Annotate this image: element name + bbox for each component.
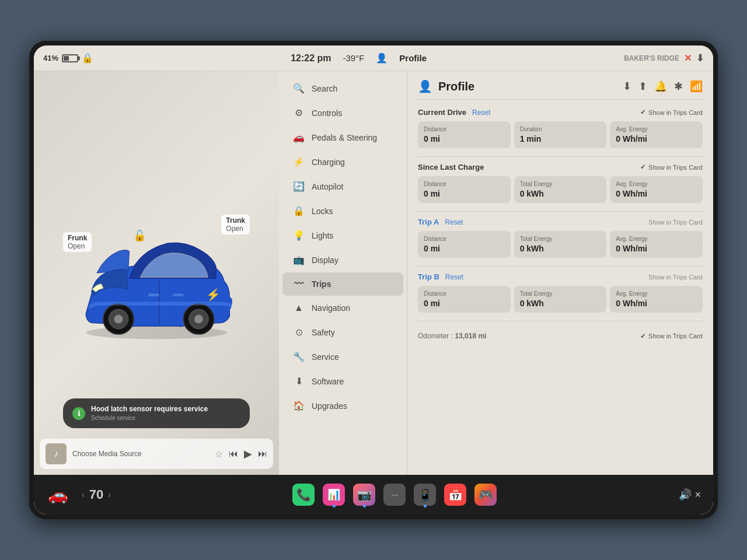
games-app[interactable]: 🎮 bbox=[473, 482, 498, 508]
trip-a-stats: Distance 0 mi Total Energy 0 kWh Avg. En… bbox=[418, 231, 703, 258]
voice-app[interactable]: 📊 bbox=[321, 482, 347, 508]
play-pause-icon[interactable]: ▶ bbox=[244, 447, 252, 460]
games-icon: 🎮 bbox=[474, 484, 497, 506]
menu-item-service[interactable]: 🔧 Service bbox=[282, 345, 403, 369]
slc-avg-energy: Avg. Energy 0 Wh/mi bbox=[610, 176, 703, 203]
divider-1 bbox=[418, 156, 703, 157]
menu-label-controls: Controls bbox=[312, 108, 342, 118]
voice-dot bbox=[333, 505, 336, 508]
bluetooth-icon[interactable]: ✱ bbox=[674, 80, 683, 93]
menu-item-search[interactable]: 🔍 Search bbox=[282, 76, 403, 100]
upload-profile-icon[interactable]: ⬆ bbox=[638, 80, 647, 93]
menu-item-navigation[interactable]: ▲ Navigation bbox=[282, 296, 403, 320]
menu-item-lights[interactable]: 💡 Lights bbox=[282, 223, 403, 247]
menu-item-software[interactable]: ⬇ Software bbox=[282, 369, 403, 393]
media-source-label[interactable]: Choose Media Source bbox=[72, 450, 209, 458]
svg-point-6 bbox=[194, 315, 203, 324]
svg-rect-8 bbox=[148, 293, 159, 296]
slc-total-energy: Total Energy 0 kWh bbox=[514, 176, 607, 203]
service-icon: 🔧 bbox=[293, 351, 305, 362]
camera-icon: 📷 bbox=[353, 484, 375, 506]
trip-a-show-trips: Show in Trips Card bbox=[648, 219, 703, 226]
next-track-icon[interactable]: ⏭ bbox=[258, 449, 267, 459]
trip-b-distance: Distance 0 mi bbox=[418, 286, 511, 313]
profile-label[interactable]: Profile bbox=[399, 53, 427, 63]
menu-item-locks[interactable]: 🔒 Locks bbox=[282, 199, 403, 223]
trip-a-reset-button[interactable]: Reset bbox=[445, 218, 463, 226]
temperature-display: -39°F bbox=[343, 53, 365, 63]
current-drive-header: Current Drive Reset ✓ Show in Trips Card bbox=[418, 108, 703, 117]
menu-item-charging[interactable]: ⚡ Charging bbox=[282, 150, 403, 174]
menu-label-upgrades: Upgrades bbox=[312, 401, 347, 411]
menu-item-safety[interactable]: ⊙ Safety bbox=[282, 320, 403, 344]
phone-app[interactable]: 📞 bbox=[291, 482, 316, 508]
svg-rect-9 bbox=[173, 293, 184, 296]
menu-item-pedals[interactable]: 🚗 Pedals & Steering bbox=[282, 125, 403, 149]
calendar-icon: 📅 bbox=[444, 484, 466, 506]
svg-point-3 bbox=[114, 315, 123, 324]
volume-control[interactable]: 🔊 ✕ bbox=[679, 488, 701, 501]
service-notification[interactable]: ℹ Hood latch sensor requires service Sch… bbox=[63, 398, 250, 428]
speed-decrease-button[interactable]: ‹ bbox=[82, 490, 85, 499]
prev-track-icon[interactable]: ⏮ bbox=[229, 449, 238, 459]
since-last-charge-show-trips: ✓ Show in Trips Card bbox=[640, 163, 703, 171]
close-icon[interactable]: ✕ bbox=[684, 52, 692, 64]
trip-b-total-energy: Total Energy 0 kWh bbox=[514, 286, 607, 313]
trip-a-show-label: Show in Trips Card bbox=[648, 219, 703, 226]
dialer-icon: 📱 bbox=[414, 484, 436, 506]
camera-app[interactable]: 📷 bbox=[351, 482, 377, 508]
current-drive-distance: Distance 0 mi bbox=[418, 121, 511, 148]
slc-distance: Distance 0 mi bbox=[418, 176, 511, 203]
upgrades-icon: 🏠 bbox=[293, 400, 305, 411]
mute-icon: ✕ bbox=[694, 490, 701, 499]
download-icon[interactable]: ⬇ bbox=[696, 52, 704, 64]
current-time: 12:22 pm bbox=[291, 53, 331, 64]
current-drive-show-trips-label: Show in Trips Card bbox=[648, 109, 703, 116]
divider-3 bbox=[418, 266, 703, 267]
profile-header: 👤 Profile ⬇ ⬆ 🔔 ✱ 📶 bbox=[418, 79, 703, 100]
status-center: 12:22 pm -39°F 👤 Profile bbox=[93, 52, 624, 64]
menu-label-pedals: Pedals & Steering bbox=[312, 133, 377, 142]
trunk-label: Trunk Open bbox=[221, 215, 250, 235]
trip-b-show-label: Show in Trips Card bbox=[648, 274, 703, 281]
pedals-icon: 🚗 bbox=[293, 132, 305, 143]
media-thumbnail: ♪ bbox=[46, 443, 67, 464]
download-profile-icon[interactable]: ⬇ bbox=[623, 80, 631, 93]
current-drive-reset-button[interactable]: Reset bbox=[472, 108, 490, 117]
notification-text: Hood latch sensor requires service Sched… bbox=[91, 404, 208, 422]
signal-icons: BAKER'S RIDGE bbox=[624, 54, 679, 62]
current-drive-section: Current Drive Reset ✓ Show in Trips Card… bbox=[418, 108, 703, 148]
navigation-icon: ▲ bbox=[293, 303, 305, 313]
divider-2 bbox=[418, 211, 703, 212]
favorite-icon[interactable]: ☆ bbox=[215, 449, 223, 460]
profile-action-icons: ⬇ ⬆ 🔔 ✱ 📶 bbox=[623, 80, 703, 93]
menu-item-trips[interactable]: 〰 Trips bbox=[282, 272, 403, 296]
profile-person-icon: 👤 bbox=[418, 79, 432, 93]
charge-lightning-icon: ⚡ bbox=[206, 288, 221, 302]
menu-item-controls[interactable]: ⚙ Controls bbox=[282, 101, 403, 125]
trip-b-title: Trip B bbox=[418, 272, 439, 281]
menu-label-safety: Safety bbox=[312, 328, 335, 337]
car-home-icon: 🚗 bbox=[48, 485, 68, 505]
display-icon: 📺 bbox=[293, 254, 305, 265]
dialer-app[interactable]: 📱 bbox=[412, 482, 438, 508]
trip-a-header: Trip A Reset Show in Trips Card bbox=[418, 218, 703, 226]
notification-bell-icon[interactable]: 🔔 bbox=[654, 80, 667, 93]
more-app[interactable]: ··· bbox=[382, 482, 407, 508]
since-last-charge-section: Since Last Charge ✓ Show in Trips Card D… bbox=[418, 163, 703, 203]
voice-icon: 📊 bbox=[323, 484, 345, 506]
battery-percentage: 41% bbox=[43, 54, 58, 62]
status-right: BAKER'S RIDGE ✕ ⬇ bbox=[624, 52, 704, 64]
menu-item-autopilot[interactable]: 🔄 Autopilot bbox=[282, 174, 403, 198]
menu-item-upgrades[interactable]: 🏠 Upgrades bbox=[282, 394, 403, 418]
battery-icon bbox=[62, 54, 78, 62]
calendar-app[interactable]: 📅 bbox=[442, 482, 468, 508]
menu-item-display[interactable]: 📺 Display bbox=[282, 248, 403, 272]
volume-icon: 🔊 bbox=[679, 488, 692, 501]
taskbar-left: 🚗 bbox=[46, 482, 70, 507]
home-car-icon[interactable]: 🚗 bbox=[46, 482, 70, 507]
trip-b-reset-button[interactable]: Reset bbox=[445, 273, 463, 281]
divider-4 bbox=[418, 321, 703, 321]
menu-label-search: Search bbox=[312, 84, 337, 93]
odometer-row: Odometer : 13,018 mi ✓ Show in Trips Car… bbox=[418, 327, 703, 345]
